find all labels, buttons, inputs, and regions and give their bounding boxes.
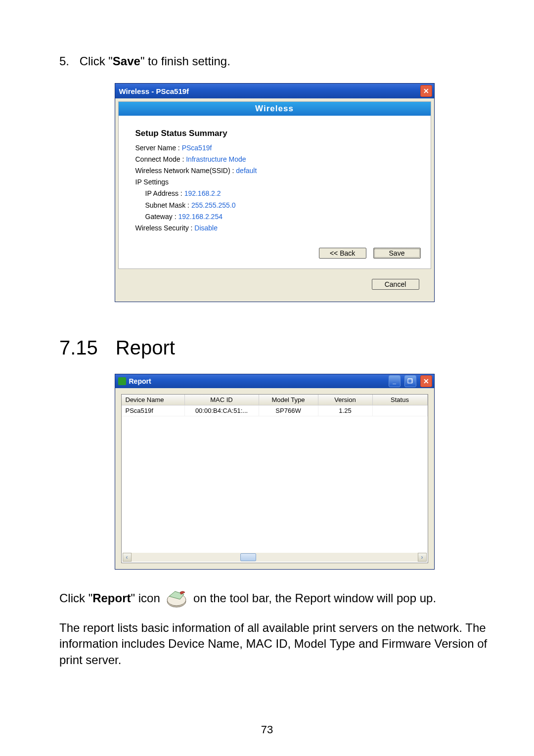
minimize-icon[interactable]: _	[389, 375, 400, 387]
row-gateway: Gateway : 192.168.2.254	[145, 211, 414, 222]
table-row[interactable]: PSca519f 00:00:B4:CA:51:... SP766W 1.25	[122, 405, 428, 416]
report-list-header: Device Name MAC ID Model Type Version St…	[122, 395, 428, 405]
row-ip-settings: IP Settings	[135, 177, 414, 188]
row-ip-address: IP Address : 192.168.2.2	[145, 188, 414, 199]
report-titlebar[interactable]: Report _ ❐ ✕	[115, 374, 434, 388]
row-connect-mode: Connect Mode : Infrastructure Mode	[135, 154, 414, 165]
col-device-name[interactable]: Device Name	[122, 395, 185, 405]
cell-mac-id: 00:00:B4:CA:51:...	[185, 405, 259, 416]
cell-device-name: PSca519f	[122, 405, 185, 416]
cell-version: 1.25	[318, 405, 373, 416]
report-title-text: Report	[129, 377, 151, 385]
instruction-prefix: Click "	[80, 54, 113, 68]
wireless-panel: Wireless Setup Status Summary Server Nam…	[118, 101, 431, 269]
close-icon[interactable]: ✕	[420, 375, 432, 387]
instruction-suffix: " to finish setting.	[140, 54, 230, 68]
report-body: Device Name MAC ID Model Type Version St…	[115, 388, 434, 569]
instruction-bold: Save	[113, 54, 140, 68]
wireless-button-row: << Back Save	[119, 239, 431, 259]
scroll-track[interactable]	[132, 553, 418, 562]
cell-model-type: SP766W	[259, 405, 318, 416]
scroll-thumb[interactable]	[240, 553, 256, 561]
row-security: Wireless Security : Disable	[135, 222, 414, 234]
save-button[interactable]: Save	[373, 248, 421, 259]
para1-p2: " icon	[131, 591, 160, 605]
scroll-right-icon[interactable]: ›	[418, 553, 427, 562]
para1-p3: on the tool bar, the Report window will …	[193, 591, 436, 605]
report-list: Device Name MAC ID Model Type Version St…	[121, 394, 428, 563]
row-subnet: Subnet Mask : 255.255.255.0	[145, 200, 414, 211]
wireless-panel-header: Wireless	[119, 102, 431, 116]
close-icon[interactable]: ✕	[420, 85, 432, 97]
wireless-titlebar[interactable]: Wireless - PSca519f ✕	[115, 84, 434, 98]
back-button[interactable]: << Back	[319, 248, 366, 259]
horizontal-scrollbar[interactable]: ‹ ›	[123, 553, 427, 562]
row-server-name: Server Name : PSca519f	[135, 142, 414, 154]
row-ssid: Wireless Network Name(SSID) : default	[135, 165, 414, 177]
summary-title: Setup Status Summary	[135, 127, 414, 140]
wireless-dialog: Wireless - PSca519f ✕ Wireless Setup Sta…	[115, 83, 435, 302]
para1-bold: Report	[92, 591, 131, 605]
maximize-icon[interactable]: ❐	[404, 375, 416, 387]
page-number: 73	[0, 723, 534, 736]
report-description-paragraph: The report lists basic information of al…	[59, 620, 490, 668]
cancel-button[interactable]: Cancel	[372, 279, 419, 290]
para1-p1: Click "	[59, 591, 92, 605]
report-window: Report _ ❐ ✕ Device Name MAC ID Model Ty…	[115, 374, 435, 570]
instruction-number: 5.	[59, 54, 76, 68]
wireless-title-text: Wireless - PSca519f	[119, 87, 420, 95]
scroll-left-icon[interactable]: ‹	[123, 553, 132, 562]
cell-status	[373, 405, 428, 416]
col-status[interactable]: Status	[373, 395, 428, 405]
report-toolbar-icon	[165, 589, 188, 609]
cancel-row: Cancel	[118, 269, 431, 299]
close-glyph: ✕	[423, 87, 429, 95]
report-icon-paragraph: Click "Report" icon on the tool bar, the…	[59, 589, 490, 609]
summary-block: Setup Status Summary Server Name : PSca5…	[119, 116, 431, 239]
wireless-body: Wireless Setup Status Summary Server Nam…	[115, 98, 434, 302]
col-version[interactable]: Version	[318, 395, 373, 405]
col-model-type[interactable]: Model Type	[259, 395, 318, 405]
col-mac-id[interactable]: MAC ID	[185, 395, 259, 405]
section-heading: 7.15Report	[59, 337, 490, 359]
section-title: Report	[116, 337, 175, 358]
instruction-line: 5. Click "Save" to finish setting.	[59, 54, 490, 68]
report-title-icon	[118, 377, 126, 385]
section-number: 7.15	[59, 337, 98, 358]
